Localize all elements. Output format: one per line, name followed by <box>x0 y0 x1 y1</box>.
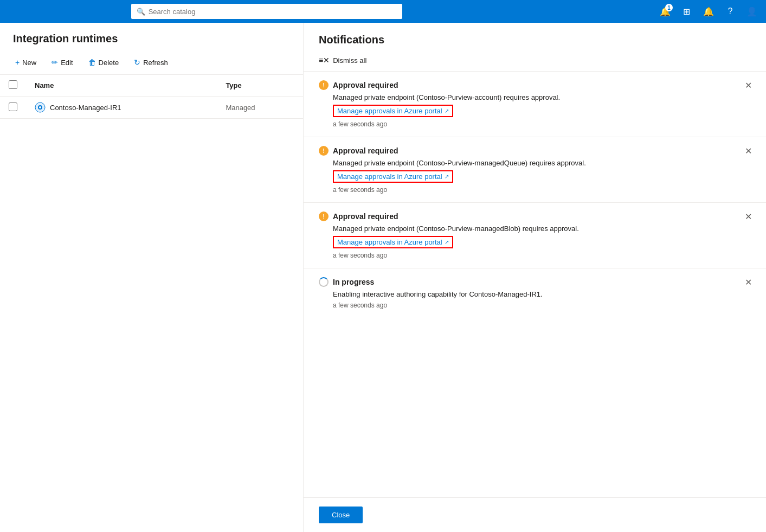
help-icon-button[interactable]: ? <box>720 2 740 21</box>
notification-header-3: ! Approval required <box>319 211 751 221</box>
external-link-icon: ↗ <box>445 108 449 114</box>
svg-point-2 <box>39 106 41 108</box>
panel-title: Integration runtimes <box>0 23 303 50</box>
name-cell: Contoso-Managed-IR1 <box>26 97 217 119</box>
name-column-header: Name <box>26 75 217 97</box>
notification-title-3: Approval required <box>333 212 398 221</box>
close-panel-button[interactable]: Close <box>319 507 363 523</box>
notification-close-button-4[interactable]: ✕ <box>742 276 755 289</box>
notification-description-2: Managed private endpoint (Contoso-Purvie… <box>333 159 751 167</box>
notifications-title: Notifications <box>304 23 766 53</box>
select-all-header <box>0 75 26 97</box>
inprogress-icon <box>319 277 329 287</box>
refresh-button[interactable]: ↻ Refresh <box>127 55 175 70</box>
manage-approvals-link-1[interactable]: Manage approvals in Azure portal ↗ <box>334 106 452 116</box>
ir-name: Contoso-Managed-IR1 <box>50 104 121 112</box>
search-bar-container[interactable]: 🔍 <box>131 4 402 19</box>
new-button[interactable]: + New <box>9 55 43 70</box>
alert-icon-button[interactable]: 🔔 <box>699 2 718 21</box>
notification-close-button-2[interactable]: ✕ <box>742 145 755 157</box>
select-all-checkbox[interactable] <box>9 80 17 89</box>
notification-description-3: Managed private endpoint (Contoso-Purvie… <box>333 225 751 233</box>
notifications-icon-button[interactable]: 🔔 1 <box>655 2 675 21</box>
table-header-row: Name Type <box>0 75 303 97</box>
search-icon: 🔍 <box>137 8 145 16</box>
refresh-icon: ↻ <box>134 58 140 67</box>
notification-item-1: ! Approval required Managed private endp… <box>304 71 766 137</box>
row-checkbox[interactable] <box>9 102 17 111</box>
search-input[interactable] <box>149 8 397 16</box>
right-panel: Notifications ≡✕ Dismiss all ! Approval … <box>304 23 766 532</box>
notification-close-button-1[interactable]: ✕ <box>742 79 755 92</box>
notification-description-1: Managed private endpoint (Contoso-Purvie… <box>333 93 751 101</box>
external-link-icon: ↗ <box>445 174 449 180</box>
integration-runtimes-table: Name Type <box>0 75 303 119</box>
notification-item-3: ! Approval required Managed private endp… <box>304 202 766 268</box>
notification-timestamp-1: a few seconds ago <box>333 120 751 128</box>
dismiss-all-icon: ≡✕ <box>319 56 330 65</box>
main-layout: Integration runtimes + New ✏ Edit 🗑 Dele… <box>0 23 766 532</box>
notification-header-1: ! Approval required <box>319 80 751 90</box>
notification-item-2: ! Approval required Managed private endp… <box>304 137 766 202</box>
delete-button[interactable]: 🗑 Delete <box>82 55 126 70</box>
notification-description-4: Enabling interactive authoring capabilit… <box>333 290 751 298</box>
manage-approvals-link-wrapper-1: Manage approvals in Azure portal ↗ <box>333 105 453 117</box>
notification-header-4: In progress <box>319 277 751 287</box>
type-cell: Managed <box>217 97 303 119</box>
toolbar: + New ✏ Edit 🗑 Delete ↻ Refresh <box>0 50 303 75</box>
notification-title-4: In progress <box>333 278 374 286</box>
refresh-button-label: Refresh <box>143 59 168 67</box>
edit-button[interactable]: ✏ Edit <box>45 55 79 70</box>
dismiss-all-label: Dismiss all <box>333 56 366 65</box>
notification-item-4: In progress Enabling interactive authori… <box>304 268 766 318</box>
notifications-list: ! Approval required Managed private endp… <box>304 71 766 497</box>
notification-title-2: Approval required <box>333 146 398 155</box>
manage-approvals-link-wrapper-3: Manage approvals in Azure portal ↗ <box>333 236 453 248</box>
new-button-label: New <box>22 59 36 67</box>
edit-icon: ✏ <box>52 58 58 67</box>
notification-close-button-3[interactable]: ✕ <box>742 210 755 223</box>
panel-footer: Close <box>304 497 766 532</box>
plus-icon: + <box>15 58 20 67</box>
notification-badge: 1 <box>665 4 673 11</box>
nav-icons-group: 🔔 1 ⊞ 🔔 ? 👤 <box>655 2 762 21</box>
notification-timestamp-4: a few seconds ago <box>333 302 751 309</box>
dismiss-all-button[interactable]: ≡✕ Dismiss all <box>304 53 766 71</box>
notification-title-1: Approval required <box>333 81 398 89</box>
edit-button-label: Edit <box>61 59 73 67</box>
manage-approvals-link-3[interactable]: Manage approvals in Azure portal ↗ <box>334 237 452 247</box>
left-panel: Integration runtimes + New ✏ Edit 🗑 Dele… <box>0 23 304 532</box>
delete-icon: 🗑 <box>88 58 96 67</box>
table-container: Name Type <box>0 75 303 532</box>
manage-approvals-link-2[interactable]: Manage approvals in Azure portal ↗ <box>334 171 452 182</box>
notification-timestamp-2: a few seconds ago <box>333 186 751 194</box>
warning-icon: ! <box>319 146 329 156</box>
table-row: Contoso-Managed-IR1 Managed <box>0 97 303 119</box>
apps-icon-button[interactable]: ⊞ <box>677 2 697 21</box>
manage-approvals-link-wrapper-2: Manage approvals in Azure portal ↗ <box>333 170 453 183</box>
type-column-header: Type <box>217 75 303 97</box>
warning-icon: ! <box>319 80 329 90</box>
notification-header-2: ! Approval required <box>319 146 751 156</box>
top-navigation: 🔍 🔔 1 ⊞ 🔔 ? 👤 <box>0 0 766 23</box>
external-link-icon: ↗ <box>445 239 449 245</box>
delete-button-label: Delete <box>99 59 119 67</box>
user-icon-button[interactable]: 👤 <box>742 2 762 21</box>
managed-ir-icon <box>35 102 46 113</box>
row-checkbox-cell <box>0 97 26 119</box>
notification-timestamp-3: a few seconds ago <box>333 252 751 259</box>
warning-icon: ! <box>319 211 329 221</box>
